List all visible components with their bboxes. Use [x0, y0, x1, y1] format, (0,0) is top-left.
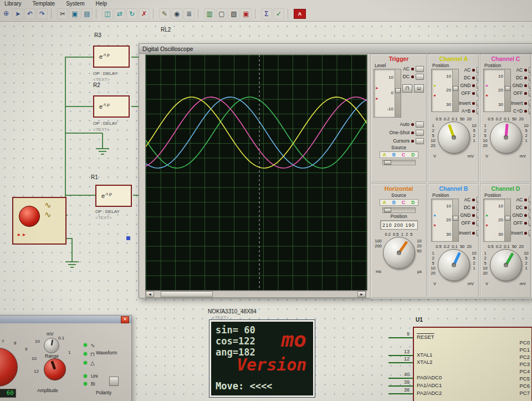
copy-icon[interactable]: ▣ — [69, 8, 80, 19]
gain-knob[interactable] — [490, 249, 522, 281]
coupling-off-button[interactable]: OFF — [459, 90, 479, 97]
falling-edge-button[interactable]: ⊔ — [414, 84, 424, 93]
block-rotate-icon[interactable]: ↻ — [126, 8, 137, 19]
coupling-off-button[interactable]: OFF — [511, 90, 531, 97]
property-assignment-icon[interactable]: ≣ — [183, 8, 195, 19]
coupling-ac-button[interactable]: AC — [459, 67, 479, 73]
range-knob[interactable] — [44, 338, 59, 353]
coupling-gnd-button[interactable]: GND — [511, 212, 531, 219]
menu-item-system[interactable]: System — [66, 1, 84, 7]
toggle-button[interactable] — [529, 67, 531, 73]
delay-block-r1[interactable]: e-τ.p — [95, 185, 132, 207]
invert-button[interactable]: Invert — [459, 100, 479, 106]
scroll-left-arrow[interactable]: ◄ — [146, 291, 154, 297]
trigger-source-selector[interactable]: ABCD — [371, 151, 426, 165]
toggle-button[interactable] — [529, 220, 531, 226]
position-slider[interactable]: ▲▼ 102030 — [483, 199, 511, 242]
timebase-knob[interactable] — [383, 237, 415, 269]
coupling-dc-button[interactable]: DC — [511, 74, 531, 81]
toggle-button[interactable] — [477, 100, 479, 106]
selector-icon[interactable]: ➤ — [12, 8, 23, 19]
toggle-button[interactable] — [529, 75, 531, 81]
gain-knob[interactable] — [490, 121, 522, 154]
trigger-source-slider[interactable] — [382, 160, 416, 165]
electrical-rule-check-icon[interactable]: ✓ — [273, 8, 284, 19]
menu-item-library[interactable]: Library — [4, 1, 22, 7]
waveform-option-icon[interactable]: △ — [90, 360, 95, 366]
amplitude-knob[interactable] — [44, 358, 66, 380]
horizontal-position-readout[interactable]: 210 200 190 — [380, 220, 418, 230]
position-track[interactable] — [452, 199, 458, 241]
design-explorer-icon[interactable]: ▥ — [204, 8, 215, 19]
coupling-gnd-button[interactable]: GND — [511, 82, 531, 89]
position-track[interactable] — [504, 69, 510, 111]
one-shot-button[interactable]: One-Shot — [371, 129, 426, 136]
bill-of-materials-icon[interactable]: Σ — [261, 8, 272, 19]
coupling-ac-button[interactable]: AC — [511, 67, 531, 73]
toggle-button[interactable] — [529, 212, 531, 219]
trigger-level-slider[interactable]: ►► 100-10 — [374, 69, 401, 118]
sum-button[interactable]: A+B — [459, 108, 479, 114]
toggle-button[interactable] — [477, 205, 479, 211]
toggle-button[interactable] — [529, 100, 531, 106]
cursors-button[interactable]: Cursors — [371, 138, 426, 144]
toggle-button[interactable] — [477, 108, 479, 114]
sum-button[interactable]: C+D — [511, 108, 531, 114]
goto-sheet-icon[interactable]: ▣ — [241, 8, 252, 19]
scroll-track[interactable] — [154, 291, 357, 297]
horizontal-source-slider[interactable] — [382, 207, 416, 213]
toggle-button[interactable] — [529, 90, 531, 97]
netlist-to-ares-icon[interactable]: A — [294, 9, 306, 19]
gain-knob[interactable] — [438, 121, 470, 154]
polarity-button[interactable] — [109, 377, 119, 386]
new-sheet-icon[interactable]: ▢ — [216, 8, 227, 19]
close-icon[interactable]: ✕ — [121, 316, 129, 323]
scroll-thumb[interactable] — [161, 291, 213, 297]
mcu-chip-u1[interactable] — [413, 327, 532, 401]
signal-generator-titlebar[interactable]: ✕ — [0, 316, 131, 323]
scroll-right-arrow[interactable]: ► — [357, 291, 366, 297]
rising-edge-button[interactable]: ⊓ — [402, 84, 412, 93]
toggle-button[interactable] — [477, 67, 479, 73]
menu-item-template[interactable]: Template — [33, 1, 55, 7]
oscilloscope-titlebar[interactable]: Digital Oscilloscope — [139, 44, 532, 54]
horizontal-source-selector[interactable]: ABCD — [371, 199, 426, 213]
position-slider[interactable]: ▲▼ 102030 — [431, 199, 459, 242]
redo-icon[interactable]: ↷ — [37, 8, 48, 19]
signal-generator-component[interactable]: ∿∿ ▸▸ — [12, 197, 66, 245]
toggle-button[interactable] — [529, 108, 531, 114]
toggle-button[interactable] — [477, 212, 479, 219]
coupling-dc-button[interactable]: DC — [511, 204, 531, 211]
toggle-button[interactable] — [529, 83, 531, 89]
level-track[interactable] — [395, 69, 401, 117]
nokia-lcd-display[interactable]: sin= 60cos=122ang=182 Move: <<<< mo Vers… — [209, 320, 315, 397]
invert-button[interactable]: Invert — [459, 230, 479, 236]
position-slider[interactable]: ▲▼ 102030 — [483, 69, 511, 112]
cut-icon[interactable]: ✂ — [57, 8, 68, 19]
position-track[interactable] — [452, 69, 458, 111]
coupling-off-button[interactable]: OFF — [459, 220, 479, 226]
trigger-dc-button[interactable]: DC — [402, 73, 426, 80]
waveform-option-icon[interactable]: ⊓ — [90, 351, 95, 357]
toggle-button[interactable] — [529, 230, 531, 236]
coupling-gnd-button[interactable]: GND — [459, 82, 479, 89]
position-slider[interactable]: ▲▼ 102030 — [431, 69, 459, 112]
coupling-ac-button[interactable]: AC — [511, 196, 531, 203]
toggle-button[interactable] — [477, 230, 479, 236]
menu-item-help[interactable]: Help — [96, 1, 108, 7]
delay-block-r2[interactable]: e-τ.p — [93, 95, 130, 118]
toggle-button[interactable] — [477, 75, 479, 81]
trigger-ac-button[interactable]: AC — [402, 65, 426, 72]
waveform-option-icon[interactable]: ∿ — [90, 342, 95, 348]
gain-knob[interactable] — [438, 249, 470, 281]
toggle-button[interactable] — [529, 205, 531, 211]
coupling-ac-button[interactable]: AC — [459, 196, 479, 203]
block-move-icon[interactable]: ⇄ — [114, 8, 125, 19]
delay-block-r3[interactable]: e-τ.p — [93, 45, 130, 68]
position-track[interactable] — [504, 199, 510, 241]
toggle-button[interactable] — [477, 220, 479, 226]
find-component-icon[interactable]: ◉ — [171, 8, 182, 19]
toggle-button[interactable] — [477, 83, 479, 89]
toggle-button[interactable] — [477, 197, 479, 203]
paste-icon[interactable]: ▤ — [81, 8, 93, 19]
